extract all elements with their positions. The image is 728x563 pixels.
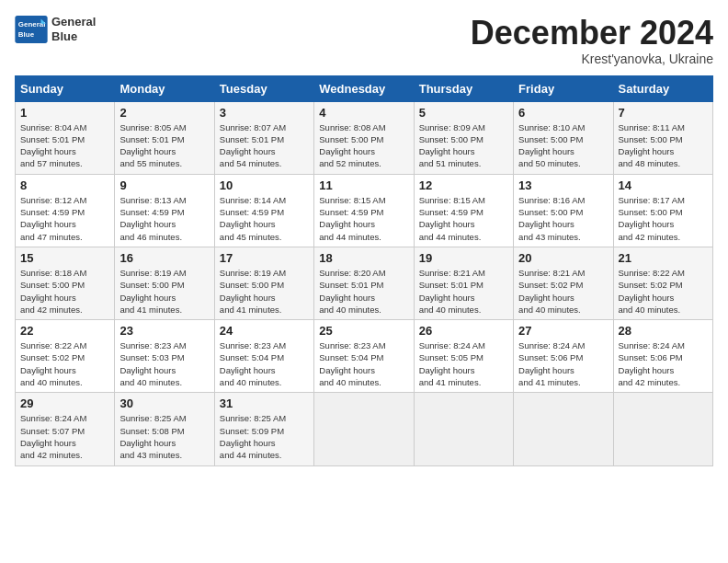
day-info: Sunrise: 8:24 AM Sunset: 5:07 PM Dayligh…: [20, 412, 109, 461]
day-number: 16: [119, 251, 209, 265]
day-info: Sunrise: 8:09 AM Sunset: 5:00 PM Dayligh…: [419, 121, 508, 170]
day-number: 21: [619, 251, 708, 265]
day-number: 6: [518, 106, 608, 120]
calendar-week-row: 15 Sunrise: 8:18 AM Sunset: 5:00 PM Dayl…: [16, 247, 713, 319]
day-info: Sunrise: 8:15 AM Sunset: 4:59 PM Dayligh…: [319, 194, 408, 243]
day-number: 5: [419, 106, 508, 120]
weekday-header: Thursday: [414, 75, 513, 101]
day-info: Sunrise: 8:18 AM Sunset: 5:00 PM Dayligh…: [20, 267, 109, 316]
day-info: Sunrise: 8:21 AM Sunset: 5:02 PM Dayligh…: [518, 267, 608, 316]
svg-text:Blue: Blue: [18, 30, 35, 39]
calendar-cell: 15 Sunrise: 8:18 AM Sunset: 5:00 PM Dayl…: [16, 247, 115, 319]
calendar-cell: 21 Sunrise: 8:22 AM Sunset: 5:02 PM Dayl…: [613, 247, 712, 319]
day-info: Sunrise: 8:13 AM Sunset: 4:59 PM Dayligh…: [119, 194, 209, 243]
day-info: Sunrise: 8:23 AM Sunset: 5:04 PM Dayligh…: [220, 339, 309, 388]
day-info: Sunrise: 8:04 AM Sunset: 5:01 PM Dayligh…: [20, 121, 109, 170]
logo-icon: General Blue: [15, 16, 48, 43]
weekday-header: Sunday: [16, 75, 115, 101]
calendar-cell: 13 Sunrise: 8:16 AM Sunset: 5:00 PM Dayl…: [514, 174, 613, 247]
weekday-header: Wednesday: [314, 75, 414, 101]
calendar-body: 1 Sunrise: 8:04 AM Sunset: 5:01 PM Dayli…: [16, 101, 713, 465]
day-number: 3: [220, 106, 309, 120]
day-number: 20: [518, 251, 608, 265]
calendar-week-row: 29 Sunrise: 8:24 AM Sunset: 5:07 PM Dayl…: [16, 393, 713, 465]
day-info: Sunrise: 8:20 AM Sunset: 5:01 PM Dayligh…: [319, 267, 408, 316]
day-number: 11: [319, 178, 408, 192]
calendar-cell: 6 Sunrise: 8:10 AM Sunset: 5:00 PM Dayli…: [514, 101, 613, 174]
day-info: Sunrise: 8:22 AM Sunset: 5:02 PM Dayligh…: [20, 339, 109, 388]
calendar-cell: 27 Sunrise: 8:24 AM Sunset: 5:06 PM Dayl…: [514, 320, 613, 393]
day-number: 18: [319, 251, 408, 265]
day-number: 13: [518, 178, 608, 192]
weekday-header: Monday: [115, 75, 214, 101]
calendar-cell: 25 Sunrise: 8:23 AM Sunset: 5:04 PM Dayl…: [314, 320, 414, 393]
day-number: 27: [518, 324, 608, 338]
calendar-week-row: 22 Sunrise: 8:22 AM Sunset: 5:02 PM Dayl…: [16, 320, 713, 393]
day-info: Sunrise: 8:25 AM Sunset: 5:09 PM Dayligh…: [220, 412, 309, 461]
day-info: Sunrise: 8:11 AM Sunset: 5:00 PM Dayligh…: [619, 121, 708, 170]
day-info: Sunrise: 8:24 AM Sunset: 5:06 PM Dayligh…: [619, 339, 708, 388]
day-info: Sunrise: 8:22 AM Sunset: 5:02 PM Dayligh…: [619, 267, 708, 316]
calendar-cell: 7 Sunrise: 8:11 AM Sunset: 5:00 PM Dayli…: [613, 101, 712, 174]
day-info: Sunrise: 8:21 AM Sunset: 5:01 PM Dayligh…: [419, 267, 508, 316]
calendar-cell: 18 Sunrise: 8:20 AM Sunset: 5:01 PM Dayl…: [314, 247, 414, 319]
calendar-cell: 31 Sunrise: 8:25 AM Sunset: 5:09 PM Dayl…: [214, 393, 313, 465]
calendar-cell: 22 Sunrise: 8:22 AM Sunset: 5:02 PM Dayl…: [16, 320, 115, 393]
day-info: Sunrise: 8:17 AM Sunset: 5:00 PM Dayligh…: [619, 194, 708, 243]
calendar-cell: 29 Sunrise: 8:24 AM Sunset: 5:07 PM Dayl…: [16, 393, 115, 465]
calendar-cell: 17 Sunrise: 8:19 AM Sunset: 5:00 PM Dayl…: [214, 247, 313, 319]
day-number: 25: [319, 324, 408, 338]
calendar-cell: 1 Sunrise: 8:04 AM Sunset: 5:01 PM Dayli…: [16, 101, 115, 174]
day-number: 8: [20, 178, 109, 192]
location-subtitle: Krest'yanovka, Ukraine: [471, 52, 713, 66]
day-number: 26: [419, 324, 508, 338]
day-info: Sunrise: 8:23 AM Sunset: 5:03 PM Dayligh…: [119, 339, 209, 388]
day-number: 14: [619, 178, 708, 192]
calendar-cell: 30 Sunrise: 8:25 AM Sunset: 5:08 PM Dayl…: [115, 393, 214, 465]
day-info: Sunrise: 8:10 AM Sunset: 5:00 PM Dayligh…: [518, 121, 608, 170]
day-info: Sunrise: 8:23 AM Sunset: 5:04 PM Dayligh…: [319, 339, 408, 388]
calendar-cell: 24 Sunrise: 8:23 AM Sunset: 5:04 PM Dayl…: [214, 320, 313, 393]
calendar-cell: 23 Sunrise: 8:23 AM Sunset: 5:03 PM Dayl…: [115, 320, 214, 393]
calendar-cell: 19 Sunrise: 8:21 AM Sunset: 5:01 PM Dayl…: [414, 247, 513, 319]
day-number: 23: [119, 324, 209, 338]
calendar-header-row: SundayMondayTuesdayWednesdayThursdayFrid…: [16, 75, 713, 101]
day-info: Sunrise: 8:25 AM Sunset: 5:08 PM Dayligh…: [119, 412, 209, 461]
day-number: 29: [20, 396, 109, 410]
calendar-cell: 26 Sunrise: 8:24 AM Sunset: 5:05 PM Dayl…: [414, 320, 513, 393]
day-number: 10: [220, 178, 309, 192]
day-info: Sunrise: 8:05 AM Sunset: 5:01 PM Dayligh…: [119, 121, 209, 170]
day-number: 2: [119, 106, 209, 120]
calendar-cell: 10 Sunrise: 8:14 AM Sunset: 4:59 PM Dayl…: [214, 174, 313, 247]
weekday-header: Friday: [514, 75, 613, 101]
calendar-cell: 14 Sunrise: 8:17 AM Sunset: 5:00 PM Dayl…: [613, 174, 712, 247]
calendar-cell: 16 Sunrise: 8:19 AM Sunset: 5:00 PM Dayl…: [115, 247, 214, 319]
calendar-week-row: 8 Sunrise: 8:12 AM Sunset: 4:59 PM Dayli…: [16, 174, 713, 247]
day-number: 17: [220, 251, 309, 265]
day-info: Sunrise: 8:14 AM Sunset: 4:59 PM Dayligh…: [220, 194, 309, 243]
title-block: December 2024 Krest'yanovka, Ukraine: [471, 15, 713, 66]
calendar-cell: 3 Sunrise: 8:07 AM Sunset: 5:01 PM Dayli…: [214, 101, 313, 174]
calendar-cell: 12 Sunrise: 8:15 AM Sunset: 4:59 PM Dayl…: [414, 174, 513, 247]
day-number: 1: [20, 106, 109, 120]
day-number: 19: [419, 251, 508, 265]
day-number: 4: [319, 106, 408, 120]
weekday-header: Saturday: [613, 75, 712, 101]
calendar-table: SundayMondayTuesdayWednesdayThursdayFrid…: [15, 75, 713, 466]
day-info: Sunrise: 8:19 AM Sunset: 5:00 PM Dayligh…: [119, 267, 209, 316]
weekday-header: Tuesday: [214, 75, 313, 101]
day-info: Sunrise: 8:07 AM Sunset: 5:01 PM Dayligh…: [220, 121, 309, 170]
calendar-cell: [314, 393, 414, 465]
day-number: 30: [119, 396, 209, 410]
day-info: Sunrise: 8:12 AM Sunset: 4:59 PM Dayligh…: [20, 194, 109, 243]
day-number: 9: [119, 178, 209, 192]
day-number: 31: [220, 396, 309, 410]
calendar-cell: 2 Sunrise: 8:05 AM Sunset: 5:01 PM Dayli…: [115, 101, 214, 174]
day-info: Sunrise: 8:19 AM Sunset: 5:00 PM Dayligh…: [220, 267, 309, 316]
day-info: Sunrise: 8:15 AM Sunset: 4:59 PM Dayligh…: [419, 194, 508, 243]
logo: General Blue General Blue: [15, 15, 96, 43]
day-number: 15: [20, 251, 109, 265]
day-info: Sunrise: 8:24 AM Sunset: 5:06 PM Dayligh…: [518, 339, 608, 388]
day-info: Sunrise: 8:08 AM Sunset: 5:00 PM Dayligh…: [319, 121, 408, 170]
calendar-cell: 8 Sunrise: 8:12 AM Sunset: 4:59 PM Dayli…: [16, 174, 115, 247]
